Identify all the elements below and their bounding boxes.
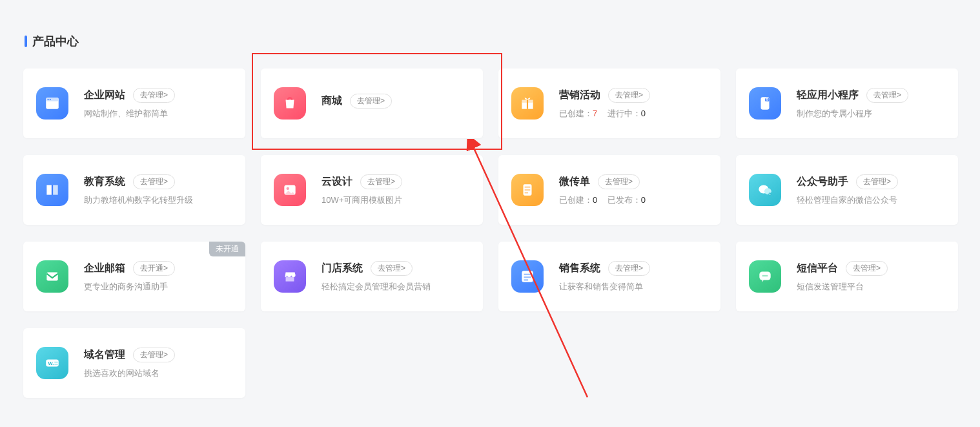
card-subtitle: 轻松搞定会员管理和会员营销	[322, 281, 470, 293]
card-marketing[interactable]: 营销活动 去管理> 已创建：7 进行中：0	[498, 68, 720, 138]
svg-rect-19	[46, 273, 57, 281]
card-store-system[interactable]: 门店系统 去管理> 轻松搞定会员管理和会员营销	[261, 242, 483, 311]
svg-rect-9	[52, 185, 53, 194]
card-wechat-assistant[interactable]: 公众号助手 去管理> 轻松管理自家的微信公众号	[736, 155, 958, 225]
website-icon	[36, 87, 68, 120]
manage-button[interactable]: 去管理>	[360, 174, 402, 189]
mail-icon	[36, 260, 68, 293]
card-title: 公众号助手	[797, 175, 848, 189]
card-title: 轻应用小程序	[797, 89, 859, 102]
product-grid: 企业网站 去管理> 网站制作、维护都简单 商城 去管理> 营销活动 去管理>	[0, 68, 980, 398]
manage-button[interactable]: 去管理>	[856, 174, 898, 189]
svg-rect-15	[525, 192, 528, 193]
card-cloud-design[interactable]: 云设计 去管理> 10W+可商用模板图片	[261, 155, 483, 225]
manage-button[interactable]: 去管理>	[133, 174, 175, 189]
card-subtitle: 短信发送管理平台	[797, 281, 945, 293]
svg-rect-6	[527, 100, 528, 109]
card-enterprise-mail[interactable]: 未开通 企业邮箱 去开通> 更专业的商务沟通助手	[23, 242, 245, 311]
open-button[interactable]: 去开通>	[133, 261, 175, 276]
book-icon	[36, 174, 68, 206]
card-subtitle: 网站制作、维护都简单	[84, 108, 232, 120]
svg-point-2	[47, 99, 48, 100]
image-icon	[274, 174, 306, 206]
manage-button[interactable]: 去管理>	[350, 94, 392, 109]
svg-point-11	[287, 187, 289, 190]
section-accent-bar	[25, 36, 27, 47]
card-title: 商城	[322, 94, 342, 108]
svg-rect-14	[525, 189, 531, 191]
gift-icon	[511, 87, 544, 120]
card-title: 短信平台	[797, 262, 838, 275]
card-subtitle: 挑选喜欢的网站域名	[84, 368, 232, 379]
card-miniprogram[interactable]: 轻应用小程序 去管理> 制作您的专属小程序	[736, 68, 958, 138]
list-icon	[511, 260, 544, 293]
svg-point-3	[50, 99, 51, 100]
card-subtitle: 更专业的商务沟通助手	[84, 281, 232, 293]
shopping-bag-icon	[274, 87, 306, 120]
card-subtitle: 让获客和销售变得简单	[559, 281, 708, 293]
wechat-icon	[749, 174, 781, 206]
svg-rect-29	[54, 362, 57, 363]
card-mall[interactable]: 商城 去管理>	[261, 68, 483, 138]
svg-rect-22	[524, 274, 531, 275]
card-subtitle: 轻松管理自家的微信公众号	[797, 194, 945, 206]
card-sms-platform[interactable]: 短信平台 去管理> 短信发送管理平台	[736, 242, 958, 311]
manage-button[interactable]: 去管理>	[846, 261, 888, 276]
manage-button[interactable]: 去管理>	[608, 88, 650, 103]
card-title: 域名管理	[84, 348, 125, 362]
card-stats: 已创建：0 已发布：0	[559, 194, 708, 206]
miniprogram-icon	[749, 87, 781, 120]
card-subtitle: 制作您的专属小程序	[797, 108, 945, 120]
domain-icon: W.	[36, 347, 68, 379]
card-title: 企业邮箱	[84, 262, 125, 275]
svg-rect-26	[762, 275, 768, 276]
manage-button[interactable]: 去管理>	[371, 261, 413, 276]
card-title: 企业网站	[84, 89, 125, 102]
svg-rect-24	[524, 279, 529, 280]
store-icon	[274, 260, 306, 293]
card-domain[interactable]: W. 域名管理 去管理> 挑选喜欢的网站域名	[23, 328, 245, 398]
card-education[interactable]: 教育系统 去管理> 助力教培机构数字化转型升级	[23, 155, 245, 225]
manage-button[interactable]: 去管理>	[608, 261, 650, 276]
card-subtitle: 10W+可商用模板图片	[322, 194, 470, 206]
manage-button[interactable]: 去管理>	[133, 348, 175, 362]
card-title: 教育系统	[84, 175, 125, 189]
card-title: 微传单	[559, 175, 590, 189]
section-header: 产品中心	[0, 0, 980, 49]
svg-rect-23	[524, 276, 531, 278]
manage-button[interactable]: 去管理>	[866, 88, 908, 103]
card-title: 门店系统	[322, 262, 363, 275]
card-subtitle: 助力教培机构数字化转型升级	[84, 194, 232, 206]
card-title: 营销活动	[559, 89, 600, 102]
svg-text:W.: W.	[48, 360, 54, 366]
not-open-badge: 未开通	[209, 242, 245, 256]
flyer-icon	[511, 174, 544, 206]
card-microflyer[interactable]: 微传单 去管理> 已创建：0 已发布：0	[498, 155, 720, 225]
section-title: 产品中心	[32, 34, 79, 49]
svg-rect-13	[525, 187, 531, 188]
svg-rect-20	[286, 277, 294, 282]
card-enterprise-website[interactable]: 企业网站 去管理> 网站制作、维护都简单	[23, 68, 245, 138]
manage-button[interactable]: 去管理>	[133, 88, 175, 103]
card-title: 云设计	[322, 175, 352, 189]
chat-icon	[749, 260, 781, 293]
card-stats: 已创建：7 进行中：0	[559, 108, 708, 120]
svg-rect-30	[54, 364, 57, 365]
card-title: 销售系统	[559, 262, 600, 275]
manage-button[interactable]: 去管理>	[598, 174, 640, 189]
card-sales-system[interactable]: 销售系统 去管理> 让获客和销售变得简单	[498, 242, 720, 311]
